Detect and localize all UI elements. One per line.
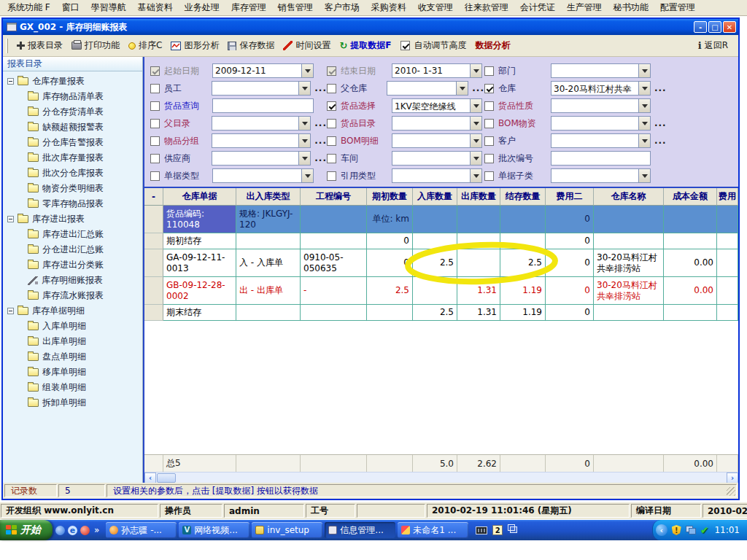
blue-app-icon[interactable] [55, 526, 65, 535]
chevron-down-icon[interactable] [470, 152, 481, 165]
filter-combobox[interactable]: 30-20马料江村共幸 [551, 81, 651, 96]
taskbar-task-button[interactable]: V网络视频... [179, 522, 249, 538]
chevron-down-icon[interactable] [456, 82, 468, 95]
tree-item[interactable]: 盘点单明细 [3, 349, 142, 365]
filter-checkbox[interactable] [150, 84, 160, 93]
menu-item[interactable]: 系统功能 F [1, 0, 56, 15]
chevron-down-icon[interactable] [470, 169, 481, 182]
menu-item[interactable]: 生产管理 [561, 0, 608, 15]
filter-combobox[interactable] [392, 116, 482, 131]
filter-checkbox[interactable] [150, 171, 160, 181]
tree-item[interactable]: 零库存物品报表 [3, 196, 142, 211]
grid-column-header[interactable]: 期初数量 [367, 188, 413, 206]
tray-collapse-chevron-icon[interactable]: ‹ [656, 524, 667, 536]
filter-input[interactable] [212, 98, 314, 113]
table-row[interactable]: 货品编码: 110048规格: JKLGYJ-120单位: km0 [144, 206, 738, 233]
menu-item[interactable]: 会计凭证 [514, 0, 561, 15]
chevron-down-icon[interactable] [638, 117, 650, 130]
tree-expand-icon[interactable] [7, 216, 14, 222]
browse-ellipsis-button[interactable]: ... [654, 136, 667, 146]
filter-checkbox[interactable] [150, 154, 160, 163]
input-method-icon[interactable]: 2 [492, 525, 503, 535]
tree-item[interactable]: 出库单明细 [3, 334, 142, 349]
tree-item[interactable]: 库存进出分类账 [3, 257, 142, 273]
tree-item[interactable]: 库存物品清单表 [3, 89, 142, 104]
chevron-down-icon[interactable] [638, 82, 650, 95]
menu-item[interactable]: 采购资料 [365, 0, 412, 15]
filter-checkbox[interactable] [327, 101, 336, 111]
browse-ellipsis-button[interactable]: ... [654, 118, 667, 128]
browse-ellipsis-button[interactable]: ... [314, 136, 327, 146]
scrollbar-thumb[interactable] [157, 473, 176, 483]
grid-column-header[interactable]: 出库数量 [457, 188, 500, 206]
filter-combobox[interactable]: 2010- 1-31 [392, 63, 482, 78]
menu-item[interactable]: 學習導航 [85, 0, 132, 15]
tree-item[interactable]: 物资分类明细表 [3, 181, 142, 196]
toolbar-button[interactable]: i返回R [694, 37, 732, 54]
grid-column-header[interactable]: 仓库单据 [163, 188, 236, 206]
menu-item[interactable]: 库存管理 [225, 0, 272, 15]
menu-item[interactable]: 收支管理 [412, 0, 459, 15]
menu-item[interactable]: 客户市场 [319, 0, 365, 15]
filter-combobox[interactable] [551, 168, 651, 183]
tree-item[interactable]: 库存进出汇总账 [3, 227, 142, 242]
filter-combobox[interactable] [392, 168, 482, 183]
filter-combobox[interactable] [212, 168, 314, 183]
toolbar-button[interactable]: ↻提取数据F [335, 37, 395, 54]
antivirus-check-icon[interactable]: ✔ [700, 524, 709, 536]
filter-checkbox[interactable] [150, 119, 160, 128]
toolbar-button[interactable]: 打印功能 [67, 37, 124, 54]
filter-checkbox[interactable] [484, 136, 494, 146]
filter-checkbox[interactable] [484, 66, 494, 76]
chevron-down-icon[interactable] [298, 152, 310, 165]
browse-ellipsis-button[interactable]: ... [654, 83, 667, 93]
tree-item[interactable]: 仓库存量报表 [3, 74, 142, 89]
filter-checkbox[interactable] [150, 66, 160, 76]
filter-checkbox[interactable] [327, 136, 336, 146]
tree-expand-icon[interactable] [7, 78, 14, 85]
filter-checkbox[interactable] [484, 101, 494, 111]
filter-combobox[interactable] [551, 63, 651, 78]
chevron-down-icon[interactable] [298, 134, 310, 147]
toolbar-button[interactable]: 自动调节高度 [396, 37, 471, 54]
grid-column-header[interactable]: 成本金额 [664, 188, 717, 206]
grid-column-header[interactable]: 结存数量 [500, 188, 546, 206]
tree-item-selected[interactable]: 库存明细账报表 [3, 273, 142, 288]
quick-launch-overflow-chevron[interactable]: » [94, 525, 99, 535]
menu-item[interactable]: 配置管理 [654, 0, 701, 15]
window-title-bar[interactable]: GX_002 - 库存明细账报表 - □ ✕ [3, 19, 738, 35]
taskbar-task-button[interactable]: 信息管理... [325, 522, 395, 538]
chevron-down-icon[interactable] [298, 117, 310, 130]
tree-item[interactable]: 分仓进出汇总账 [3, 242, 142, 257]
filter-combobox[interactable] [392, 151, 482, 166]
menu-item[interactable]: 秘书功能 [608, 0, 654, 15]
toolbar-button[interactable]: 数据分析 [471, 37, 515, 54]
menu-item[interactable]: 往来款管理 [459, 0, 514, 15]
filter-checkbox[interactable] [327, 66, 336, 76]
grid-column-header[interactable]: 费用 [717, 188, 738, 206]
browse-ellipsis-button[interactable]: ... [314, 83, 327, 93]
tree-item[interactable]: 组装单明细 [3, 380, 142, 395]
filter-combobox[interactable] [212, 151, 311, 166]
menu-item[interactable]: 业务处理 [179, 0, 225, 15]
grid-column-header[interactable]: 费用二 [546, 188, 594, 206]
filter-checkbox[interactable] [150, 136, 160, 146]
filter-checkbox[interactable] [327, 84, 336, 93]
browse-ellipsis-button[interactable]: ... [314, 118, 327, 128]
filter-combobox[interactable] [551, 116, 651, 131]
filter-combobox[interactable] [212, 133, 311, 148]
chevron-down-icon[interactable] [470, 99, 481, 112]
taskbar-task-button[interactable]: 孙志疆 -... [106, 522, 177, 538]
filter-checkbox[interactable] [327, 154, 336, 163]
filter-combobox[interactable] [387, 81, 468, 96]
filter-combobox[interactable] [212, 116, 311, 131]
filter-checkbox[interactable] [484, 171, 494, 181]
network-icon[interactable] [686, 526, 696, 534]
filter-checkbox[interactable] [327, 171, 336, 181]
scroll-right-arrow-icon[interactable]: › [727, 472, 738, 483]
filter-checkbox[interactable] [484, 119, 494, 128]
chevron-down-icon[interactable] [298, 82, 310, 95]
tree-item[interactable]: 拆卸单明细 [3, 395, 142, 411]
filter-combobox[interactable] [392, 133, 482, 148]
filter-checkbox[interactable] [150, 101, 160, 111]
